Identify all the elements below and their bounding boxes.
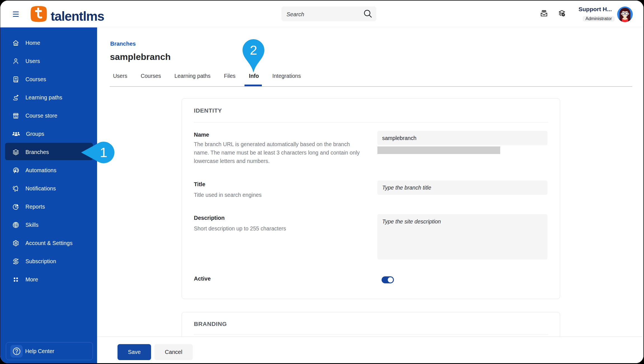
svg-text:2: 2 — [250, 43, 257, 57]
svg-text:1: 1 — [100, 145, 107, 160]
